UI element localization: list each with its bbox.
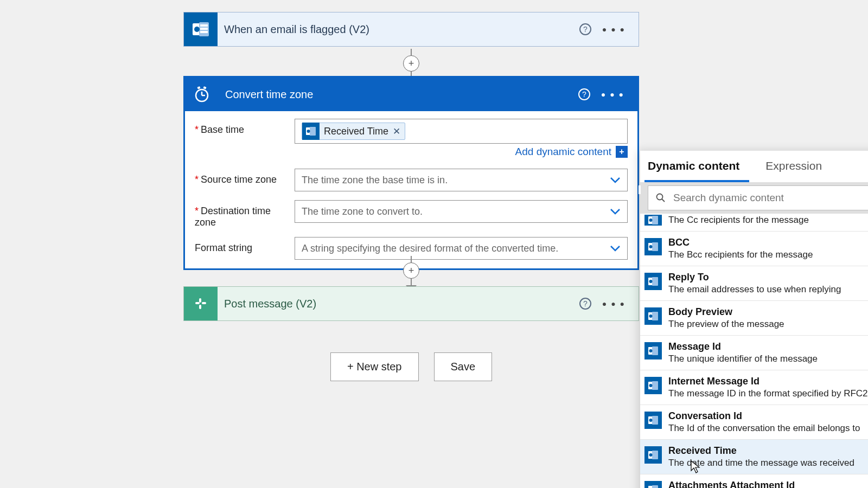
chevron-down-icon xyxy=(610,177,621,183)
outlook-icon xyxy=(644,446,662,464)
dc-item-name: BCC xyxy=(668,237,868,248)
svg-rect-42 xyxy=(652,451,658,459)
dc-item-desc: The Id of the conversation the email bel… xyxy=(668,423,868,434)
dc-item-name: Attachments Attachment Id xyxy=(668,480,868,488)
outlook-icon xyxy=(644,238,662,255)
more-icon[interactable]: ● ● ● xyxy=(601,90,624,99)
slack-icon xyxy=(184,287,218,320)
outlook-icon xyxy=(644,342,662,359)
svg-rect-33 xyxy=(652,346,658,355)
dc-item[interactable]: Body PreviewThe preview of the message xyxy=(640,301,868,336)
param-label-format: Format string xyxy=(195,237,295,254)
svg-rect-14 xyxy=(195,302,200,304)
svg-rect-30 xyxy=(652,312,658,320)
dc-item-desc: The Cc recipients for the message xyxy=(668,215,868,226)
chevron-down-icon xyxy=(610,245,621,252)
svg-rect-16 xyxy=(199,298,201,303)
dc-item[interactable]: Attachments Attachment Id xyxy=(640,474,868,488)
svg-point-34 xyxy=(649,349,653,352)
outlook-icon xyxy=(644,481,662,488)
svg-rect-3 xyxy=(200,28,208,30)
dc-item[interactable]: Reply ToThe email addresses to use when … xyxy=(640,266,868,301)
dc-item-desc: The message ID in the format specified b… xyxy=(668,388,868,399)
svg-point-43 xyxy=(649,453,653,457)
help-icon[interactable]: ? xyxy=(579,23,591,35)
outlook-icon xyxy=(644,273,662,290)
tab-dynamic-content[interactable]: Dynamic content xyxy=(644,151,749,182)
svg-point-40 xyxy=(649,419,653,422)
dynamic-token-received-time[interactable]: Received Time ✕ xyxy=(302,123,405,140)
dc-item-name: Internet Message Id xyxy=(668,376,868,387)
remove-token-icon[interactable]: ✕ xyxy=(393,126,400,137)
param-label-source-tz: *Source time zone xyxy=(195,169,295,185)
dc-item[interactable]: CCThe Cc recipients for the message xyxy=(640,214,868,232)
svg-rect-15 xyxy=(202,302,206,304)
add-step-icon[interactable]: + xyxy=(403,55,419,72)
post-title: Post message (V2) xyxy=(218,298,579,310)
new-step-button[interactable]: + New step xyxy=(330,352,419,381)
more-icon[interactable]: ● ● ● xyxy=(602,299,626,308)
dc-item[interactable]: Received TimeThe date and time the messa… xyxy=(640,440,868,474)
trigger-step[interactable]: When an email is flagged (V2) ? ● ● ● xyxy=(183,12,639,47)
svg-rect-2 xyxy=(200,24,208,27)
source-tz-select[interactable]: The time zone the base time is in. xyxy=(295,169,628,191)
dest-tz-select[interactable]: The time zone to convert to. xyxy=(295,200,628,223)
help-icon[interactable]: ? xyxy=(579,298,591,310)
format-string-select[interactable]: A string specifying the desired format o… xyxy=(295,237,628,260)
search-input[interactable] xyxy=(673,192,868,204)
svg-point-28 xyxy=(649,280,653,283)
help-icon[interactable]: ? xyxy=(578,88,590,100)
svg-point-13 xyxy=(307,130,310,133)
svg-point-25 xyxy=(649,245,653,248)
svg-point-37 xyxy=(649,384,653,387)
add-step-icon[interactable]: + xyxy=(403,262,419,279)
svg-point-31 xyxy=(649,314,653,318)
dc-item-name: Message Id xyxy=(668,341,868,352)
dc-item[interactable]: Internet Message IdThe message ID in the… xyxy=(640,370,868,405)
svg-rect-9 xyxy=(197,86,200,89)
outlook-icon xyxy=(184,12,218,46)
svg-rect-4 xyxy=(200,31,208,33)
svg-line-19 xyxy=(662,199,665,202)
more-icon[interactable]: ● ● ● xyxy=(602,25,626,34)
dc-item[interactable]: Conversation IdThe Id of the conversatio… xyxy=(640,405,868,440)
search-dynamic-content[interactable] xyxy=(648,185,868,210)
param-label-base-time: *Base time xyxy=(195,119,295,136)
outlook-icon xyxy=(644,215,662,226)
tab-expression[interactable]: Expression xyxy=(762,151,832,182)
param-label-dest-tz: *Destination time zone xyxy=(195,200,295,228)
svg-rect-45 xyxy=(652,485,658,488)
add-dynamic-content-link[interactable]: Add dynamic content + xyxy=(515,146,628,158)
dc-item-desc: The unique identifier of the message xyxy=(668,354,868,364)
dc-item-name: Received Time xyxy=(668,445,868,457)
dc-item-name: Conversation Id xyxy=(668,410,868,422)
dynamic-content-list: CCThe Cc recipients for the messageBCCTh… xyxy=(640,214,868,488)
svg-rect-24 xyxy=(652,242,658,251)
dc-item-desc: The date and time the message was receiv… xyxy=(668,458,868,468)
svg-rect-39 xyxy=(652,416,658,425)
trigger-title: When an email is flagged (V2) xyxy=(218,23,579,36)
dc-item[interactable]: BCCThe Bcc recipients for the message xyxy=(640,232,868,266)
dc-item-name: Reply To xyxy=(668,272,868,283)
clock-icon xyxy=(185,78,219,111)
dc-item-desc: The Bcc recipients for the message xyxy=(668,249,868,260)
add-dynamic-content-icon[interactable]: + xyxy=(616,146,628,158)
svg-point-5 xyxy=(194,27,200,32)
dc-item-desc: The email addresses to use when replying xyxy=(668,284,868,295)
base-time-field[interactable]: Received Time ✕ xyxy=(295,119,628,144)
post-message-step[interactable]: Post message (V2) ? ● ● ● xyxy=(183,286,639,321)
svg-rect-12 xyxy=(310,127,316,136)
search-icon xyxy=(656,193,666,203)
svg-point-22 xyxy=(649,219,653,222)
dynamic-content-panel: Dynamic content Expression CCThe Cc reci… xyxy=(640,151,868,488)
save-button[interactable]: Save xyxy=(434,352,493,381)
svg-rect-17 xyxy=(199,305,201,309)
outlook-icon xyxy=(302,123,320,140)
svg-point-18 xyxy=(657,194,663,200)
convert-time-zone-step[interactable]: Convert time zone ? ● ● ● *Base time Rec… xyxy=(183,76,639,270)
svg-rect-21 xyxy=(652,216,658,224)
outlook-icon xyxy=(644,412,662,429)
svg-rect-27 xyxy=(652,277,658,286)
dc-item[interactable]: Message IdThe unique identifier of the m… xyxy=(640,336,868,370)
convert-title: Convert time zone xyxy=(219,88,578,101)
